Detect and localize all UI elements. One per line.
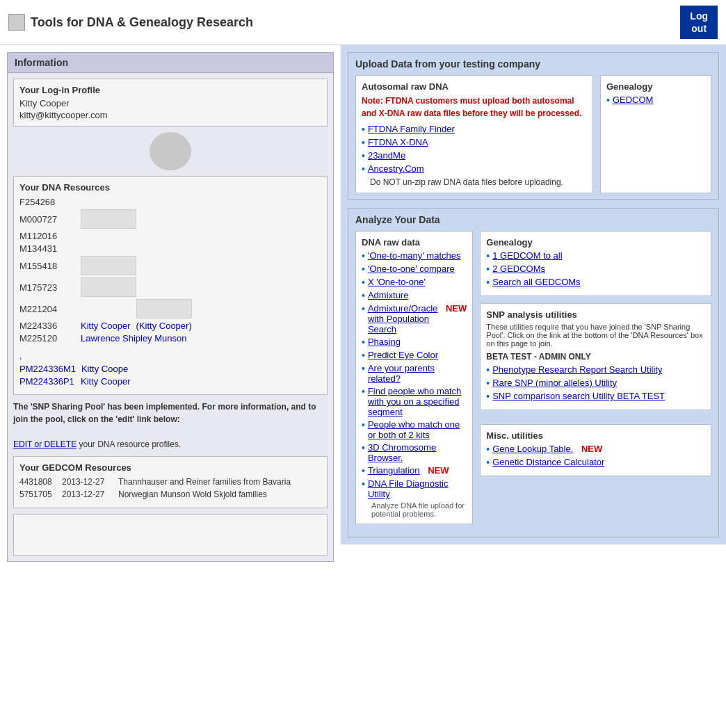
right-column: Genealogy • 1 GEDCOM to all • 2 GEDCOMs … bbox=[480, 231, 711, 524]
analyze-title: Analyze Your Data bbox=[355, 214, 711, 225]
beta-admin-label: BETA TEST - ADMIN ONLY bbox=[486, 352, 705, 362]
search-all-gedcoms-link[interactable]: Search all GEDCOMs bbox=[492, 277, 580, 287]
phenotype-research-link[interactable]: Phenotype Research Report Search Utility bbox=[492, 364, 662, 375]
snp-sharing-message: The 'SNP Sharing Pool' has been implemen… bbox=[13, 401, 328, 451]
list-item: PM224336M1 Kitty Coope bbox=[19, 364, 321, 374]
resource-paren-link[interactable]: (Kitty Cooper) bbox=[136, 321, 192, 331]
predict-eye-color-link[interactable]: Predict Eye Color bbox=[368, 350, 438, 360]
left-panel: Information Your Log-in Profile Kitty Co… bbox=[0, 45, 341, 569]
upload-title: Upload Data from your testing company bbox=[355, 58, 711, 70]
gedcom-to-all-link[interactable]: 1 GEDCOM to all bbox=[492, 250, 562, 261]
two-gedcoms-link[interactable]: 2 GEDCOMs bbox=[492, 264, 545, 274]
upload-warning: Note: FTDNA customers must upload both a… bbox=[362, 95, 587, 120]
list-item: • Search all GEDCOMs bbox=[486, 277, 705, 288]
list-item: • 3D Chromosome Browser. bbox=[362, 442, 467, 463]
snp-comparison-link[interactable]: SNP comparison search Utility BETA TEST bbox=[492, 391, 665, 401]
analyze-genealogy-title: Genealogy bbox=[486, 237, 705, 248]
list-item: • Predict Eye Color bbox=[362, 350, 467, 361]
phasing-link[interactable]: Phasing bbox=[368, 337, 401, 347]
phased-name-link[interactable]: Kitty Cooper bbox=[81, 376, 131, 387]
edit-delete-link[interactable]: EDIT or DELETE bbox=[13, 439, 76, 449]
gedcom-resources-box: Your GEDCOM Resources 4431808 2013-12-27… bbox=[13, 456, 328, 508]
login-profile-title: Your Log-in Profile bbox=[19, 85, 321, 95]
phased-name-link[interactable]: Kitty Coope bbox=[81, 364, 128, 374]
admixture-oracle-link[interactable]: Admixture/Oracle with Population Search bbox=[368, 303, 437, 334]
analyze-row: DNA raw data • 'One-to-many' matches • '… bbox=[355, 231, 711, 524]
list-item: • Phenotype Research Report Search Utili… bbox=[486, 364, 705, 375]
upload-genealogy-title: Genealogy bbox=[606, 81, 705, 92]
tools-icon bbox=[8, 14, 25, 31]
one-to-many-link[interactable]: 'One-to-many' matches bbox=[368, 250, 461, 261]
list-item: M224336 Kitty Cooper (Kitty Cooper) bbox=[19, 321, 321, 331]
list-item: • Gene Lookup Table. NEW bbox=[486, 444, 705, 455]
logout-button[interactable]: Log out bbox=[680, 6, 718, 39]
gene-lookup-link[interactable]: Gene Lookup Table. bbox=[492, 444, 573, 454]
gedcom-upload-link[interactable]: GEDCOM bbox=[613, 95, 654, 105]
analyze-genealogy-box: Genealogy • 1 GEDCOM to all • 2 GEDCOMs … bbox=[480, 231, 711, 296]
no-unzip-note: Do NOT un-zip raw DNA data files before … bbox=[362, 177, 587, 187]
resource-name-link[interactable]: Kitty Cooper bbox=[81, 321, 131, 331]
list-item: • People who match one or both of 2 kits bbox=[362, 419, 467, 440]
dna-raw-box: DNA raw data • 'One-to-many' matches • '… bbox=[355, 231, 473, 524]
one-to-one-link[interactable]: 'One-to-one' compare bbox=[368, 264, 455, 274]
list-item: • GEDCOM bbox=[606, 95, 705, 106]
3d-chromosome-link[interactable]: 3D Chromosome Browser. bbox=[368, 442, 467, 463]
list-item: • Genetic Distance Calculator bbox=[486, 457, 705, 468]
list-item: 4431808 2013-12-27 Thannhauser and Reine… bbox=[19, 477, 321, 487]
upload-row: Autosomal raw DNA Note: FTDNA customers … bbox=[355, 75, 711, 193]
login-name: Kitty Cooper bbox=[19, 98, 321, 108]
avatar bbox=[150, 132, 191, 170]
triangulation-link[interactable]: Triangulation bbox=[368, 465, 420, 476]
separator-comma: , bbox=[19, 351, 321, 361]
list-item: • Phasing bbox=[362, 337, 467, 348]
list-item: M155418 bbox=[19, 256, 321, 275]
snp-analysis-note: These utilities require that you have jo… bbox=[486, 323, 705, 348]
right-panel: Upload Data from your testing company Au… bbox=[341, 45, 726, 544]
autosomal-box: Autosomal raw DNA Note: FTDNA customers … bbox=[355, 75, 593, 193]
header: Tools for DNA & Genealogy Research Log o… bbox=[0, 0, 726, 45]
bottom-spacer bbox=[13, 514, 328, 556]
snp-analysis-box: SNP analysis utilities These utilities r… bbox=[480, 303, 711, 410]
phased-id-link[interactable]: PM224336P1 bbox=[19, 376, 75, 387]
login-profile-box: Your Log-in Profile Kitty Cooper kitty@k… bbox=[13, 79, 328, 127]
list-item: • 2 GEDCOMs bbox=[486, 264, 705, 275]
list-item: M112016 bbox=[19, 231, 321, 241]
list-item: • 1 GEDCOM to all bbox=[486, 250, 705, 261]
people-match-one-link[interactable]: People who match one or both of 2 kits bbox=[368, 419, 467, 440]
list-item: • DNA File Diagnostic Utility bbox=[362, 478, 467, 499]
admixture-link[interactable]: Admixture bbox=[368, 290, 409, 300]
23andme-link[interactable]: 23andMe bbox=[368, 150, 405, 161]
ftdna-xdna-link[interactable]: FTDNA X-DNA bbox=[368, 137, 428, 147]
rare-snp-link[interactable]: Rare SNP (minor alleles) Utility bbox=[492, 378, 617, 388]
information-section: Information Your Log-in Profile Kitty Co… bbox=[7, 52, 334, 562]
main-content: Information Your Log-in Profile Kitty Co… bbox=[0, 45, 726, 569]
list-item: • SNP comparison search Utility BETA TES… bbox=[486, 391, 705, 402]
phased-id-link[interactable]: PM224336M1 bbox=[19, 364, 76, 374]
page-title: Tools for DNA & Genealogy Research bbox=[8, 14, 253, 31]
find-people-match-link[interactable]: Find people who match with you on a spec… bbox=[368, 386, 467, 417]
list-item: M225120 Lawrence Shipley Munson bbox=[19, 333, 321, 343]
resource-name-link[interactable]: Lawrence Shipley Munson bbox=[81, 333, 186, 343]
resource-thumbnail bbox=[81, 256, 136, 275]
list-item: M221204 bbox=[19, 299, 321, 318]
list-item: 5751705 2013-12-27 Norwegian Munson Wold… bbox=[19, 490, 321, 499]
list-item: • 23andMe bbox=[362, 150, 587, 161]
ftdna-family-finder-link[interactable]: FTDNA Family Finder bbox=[368, 124, 455, 134]
list-item: • Rare SNP (minor alleles) Utility bbox=[486, 378, 705, 389]
list-item: • Find people who match with you on a sp… bbox=[362, 386, 467, 417]
x-one-to-one-link[interactable]: X 'One-to-one' bbox=[368, 277, 426, 287]
list-item: • Ancestry.Com bbox=[362, 163, 587, 175]
parents-related-link[interactable]: Are your parents related? bbox=[368, 363, 467, 384]
list-item: • Are your parents related? bbox=[362, 363, 467, 384]
snp-analysis-title: SNP analysis utilities bbox=[486, 309, 705, 320]
list-item: M175723 bbox=[19, 277, 321, 297]
ancestry-com-link[interactable]: Ancestry.Com bbox=[368, 163, 424, 174]
misc-utilities-box: Misc. utilities • Gene Lookup Table. NEW… bbox=[480, 424, 711, 476]
analyze-section: Analyze Your Data DNA raw data • 'One-to… bbox=[348, 208, 719, 537]
list-item: • Admixture bbox=[362, 290, 467, 301]
genetic-distance-link[interactable]: Genetic Distance Calculator bbox=[492, 457, 604, 467]
list-item: • FTDNA Family Finder bbox=[362, 124, 587, 135]
dna-diagnostic-link[interactable]: DNA File Diagnostic Utility bbox=[368, 478, 467, 499]
misc-utilities-title: Misc. utilities bbox=[486, 430, 705, 441]
list-item: • Admixture/Oracle with Population Searc… bbox=[362, 303, 467, 334]
